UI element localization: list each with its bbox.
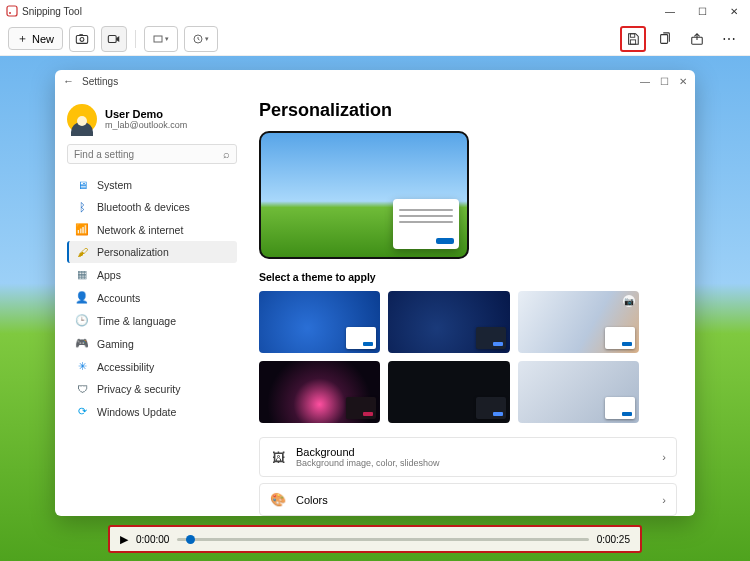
save-button[interactable] — [620, 26, 646, 52]
sidebar-item-time-language[interactable]: 🕒Time & language — [67, 309, 237, 332]
share-button[interactable] — [684, 26, 710, 52]
nav-icon: 🖌 — [75, 246, 89, 258]
nav-label: Privacy & security — [97, 383, 180, 395]
camera-badge-icon: 📷 — [623, 295, 635, 307]
rectangle-icon — [153, 34, 163, 44]
new-label: New — [32, 33, 54, 45]
app-icon — [6, 5, 18, 17]
theme-option-1[interactable] — [259, 291, 380, 353]
nav-icon: 🎮 — [75, 337, 89, 350]
nav-icon: ✳ — [75, 360, 89, 373]
setting-row-colors[interactable]: 🎨Colors› — [259, 483, 677, 516]
new-button[interactable]: ＋ New — [8, 27, 63, 50]
settings-main: Personalization Select a theme to apply … — [245, 92, 695, 516]
settings-maximize-button[interactable]: ☐ — [660, 76, 669, 87]
video-icon — [107, 32, 121, 46]
copy-icon — [658, 32, 672, 46]
minimize-button[interactable]: — — [660, 6, 680, 17]
sidebar-item-accessibility[interactable]: ✳Accessibility — [67, 355, 237, 378]
more-button[interactable]: ⋯ — [716, 26, 742, 52]
setting-row-background[interactable]: 🖼BackgroundBackground image, color, slid… — [259, 437, 677, 477]
theme-option-3[interactable]: 📷 — [518, 291, 639, 353]
search-input[interactable] — [74, 149, 223, 160]
nav-label: Accounts — [97, 292, 140, 304]
nav-label: Apps — [97, 269, 121, 281]
row-icon: 🎨 — [270, 492, 286, 507]
theme-option-2[interactable] — [388, 291, 509, 353]
copy-button[interactable] — [652, 26, 678, 52]
timeline-slider[interactable] — [177, 538, 588, 541]
row-icon: 🖼 — [270, 450, 286, 465]
theme-option-6[interactable] — [518, 361, 639, 423]
svg-point-3 — [80, 37, 84, 41]
sidebar-item-privacy-security[interactable]: 🛡Privacy & security — [67, 378, 237, 400]
sidebar-item-personalization[interactable]: 🖌Personalization — [67, 241, 237, 263]
camera-icon — [75, 32, 89, 46]
sidebar-item-windows-update[interactable]: ⟳Windows Update — [67, 400, 237, 423]
user-email: m_lab@outlook.com — [105, 120, 187, 130]
save-icon — [626, 32, 640, 46]
nav-icon: ᛒ — [75, 201, 89, 213]
chevron-down-icon: ▾ — [205, 35, 209, 43]
nav-label: Windows Update — [97, 406, 176, 418]
delay-dropdown[interactable]: ▾ — [184, 26, 218, 52]
maximize-button[interactable]: ☐ — [692, 6, 712, 17]
svg-rect-9 — [630, 39, 635, 43]
shape-dropdown[interactable]: ▾ — [144, 26, 178, 52]
record-mode-button[interactable] — [101, 26, 127, 52]
svg-rect-8 — [630, 33, 634, 37]
nav-label: Time & language — [97, 315, 176, 327]
sidebar-item-gaming[interactable]: 🎮Gaming — [67, 332, 237, 355]
toolbar: ＋ New ▾ ▾ ⋯ — [0, 22, 750, 56]
nav-icon: 👤 — [75, 291, 89, 304]
play-button[interactable]: ▶ — [120, 533, 128, 546]
row-subtitle: Background image, color, slideshow — [296, 458, 440, 468]
svg-rect-5 — [108, 35, 116, 42]
sidebar-item-apps[interactable]: ▦Apps — [67, 263, 237, 286]
svg-rect-2 — [76, 35, 87, 43]
separator — [135, 30, 136, 48]
nav-label: Accessibility — [97, 361, 154, 373]
theme-section-label: Select a theme to apply — [259, 271, 677, 283]
theme-option-5[interactable] — [388, 361, 509, 423]
nav-icon: 🖥 — [75, 179, 89, 191]
sidebar-item-bluetooth-devices[interactable]: ᛒBluetooth & devices — [67, 196, 237, 218]
theme-option-4[interactable] — [259, 361, 380, 423]
search-box[interactable]: ⌕ — [67, 144, 237, 164]
clock-icon — [193, 34, 203, 44]
desktop-preview — [259, 131, 469, 259]
nav-label: Network & internet — [97, 224, 183, 236]
time-current: 0:00:00 — [136, 534, 169, 545]
playback-bar: ▶ 0:00:00 0:00:25 — [108, 525, 642, 553]
chevron-right-icon: › — [662, 451, 666, 463]
settings-close-button[interactable]: ✕ — [679, 76, 687, 87]
page-heading: Personalization — [259, 100, 677, 121]
sidebar-item-system[interactable]: 🖥System — [67, 174, 237, 196]
svg-rect-6 — [154, 36, 162, 42]
screenshot-mode-button[interactable] — [69, 26, 95, 52]
theme-grid: 📷 — [259, 291, 639, 423]
settings-titlebar: ← Settings — ☐ ✕ — [55, 70, 695, 92]
nav-label: Bluetooth & devices — [97, 201, 190, 213]
window-preview — [393, 199, 459, 249]
nav-icon: ▦ — [75, 268, 89, 281]
close-button[interactable]: ✕ — [724, 6, 744, 17]
svg-rect-10 — [661, 34, 668, 43]
nav-label: Gaming — [97, 338, 134, 350]
nav-label: System — [97, 179, 132, 191]
user-block[interactable]: User Demo m_lab@outlook.com — [67, 104, 237, 134]
nav-icon: 📶 — [75, 223, 89, 236]
nav-icon: ⟳ — [75, 405, 89, 418]
user-name: User Demo — [105, 108, 187, 120]
plus-icon: ＋ — [17, 31, 28, 46]
timeline-knob[interactable] — [186, 535, 195, 544]
sidebar-item-network-internet[interactable]: 📶Network & internet — [67, 218, 237, 241]
settings-minimize-button[interactable]: — — [640, 76, 650, 87]
nav-icon: 🛡 — [75, 383, 89, 395]
chevron-down-icon: ▾ — [165, 35, 169, 43]
nav-icon: 🕒 — [75, 314, 89, 327]
back-button[interactable]: ← — [63, 75, 74, 87]
svg-rect-0 — [7, 6, 17, 16]
app-title: Snipping Tool — [22, 6, 82, 17]
sidebar-item-accounts[interactable]: 👤Accounts — [67, 286, 237, 309]
